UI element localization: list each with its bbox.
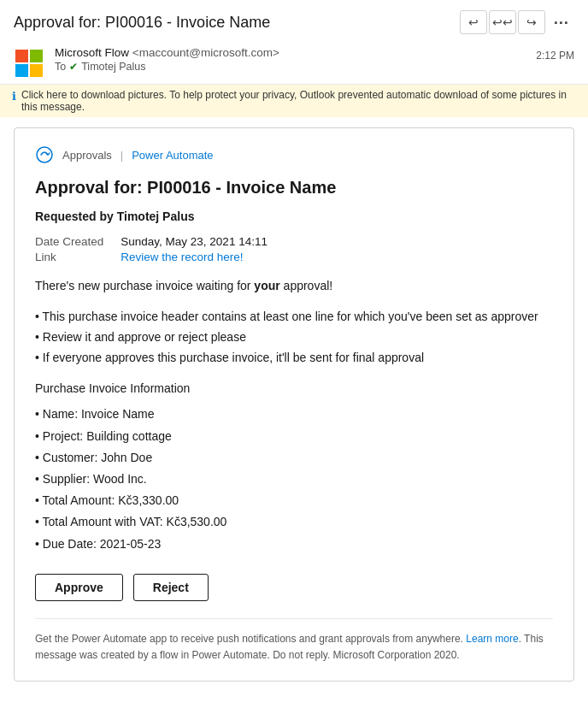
email-body: Approvals | Power Automate Approval for:… (0, 117, 588, 692)
approvals-label: Approvals (62, 149, 112, 162)
link-label: Link (35, 251, 103, 263)
requested-by: Requested by Timotej Palus (35, 210, 553, 223)
reject-button[interactable]: Reject (133, 574, 209, 601)
date-created-value: Sunday, May 23, 2021 14:11 (121, 235, 553, 248)
approvals-divider: | (121, 149, 123, 162)
svg-rect-3 (30, 64, 43, 77)
svg-rect-1 (30, 50, 43, 62)
invoice-details: Name: Invoice Name Project: Building cot… (35, 404, 553, 554)
recipient-name: Timotej Palus (81, 61, 145, 73)
warning-text: Click here to download pictures. To help… (21, 89, 576, 113)
microsoft-logo (14, 48, 44, 79)
main-text-bold: your (254, 279, 279, 292)
footer-text-1: Get the Power Automate app to receive pu… (35, 633, 466, 645)
svg-rect-0 (15, 50, 28, 62)
sender-name: Microsoft Flow <maccount@microsoft.com> (55, 46, 526, 59)
to-line: To ✔ Timotej Palus (55, 61, 526, 73)
action-buttons-bar: ↩ ↩↩ ↪ ⋯ (460, 10, 574, 34)
info-icon: ℹ (12, 90, 16, 103)
svg-point-4 (37, 147, 52, 162)
invoice-due-date: Due Date: 2021-05-23 (35, 534, 553, 555)
more-options-button[interactable]: ⋯ (547, 10, 574, 34)
section-title: Purchase Invoice Information (35, 381, 553, 395)
reply-button[interactable]: ↩ (460, 10, 487, 34)
forward-button[interactable]: ↪ (518, 10, 545, 34)
approve-button[interactable]: Approve (35, 574, 123, 601)
bullet-1: This purchase invoice header contains at… (35, 307, 553, 328)
title-bar: Approval for: PI00016 - Invoice Name ↩ ↩… (0, 0, 588, 41)
email-footer: Get the Power Automate app to receive pu… (35, 618, 553, 664)
main-text: There's new purchase invoice waiting for… (35, 277, 553, 295)
info-grid: Date Created Sunday, May 23, 2021 14:11 … (35, 235, 553, 263)
date-created-label: Date Created (35, 235, 103, 248)
sender-email: <maccount@microsoft.com> (132, 46, 279, 59)
email-title: Approval for: PI00016 - Invoice Name (14, 14, 270, 32)
requested-by-label: Requested by (35, 210, 114, 223)
reply-all-button[interactable]: ↩↩ (489, 10, 516, 34)
action-buttons: Approve Reject (35, 574, 553, 601)
requested-by-name: Timotej Palus (117, 210, 195, 223)
main-text-2: approval! (280, 279, 332, 292)
invoice-total: Total Amount: Kč3,330.00 (35, 490, 553, 511)
sender-row: Microsoft Flow <maccount@microsoft.com> … (0, 41, 588, 84)
invoice-supplier: Supplier: Wood Inc. (35, 469, 553, 490)
learn-more-link[interactable]: Learn more (466, 633, 518, 645)
approvals-header: Approvals | Power Automate (35, 145, 553, 164)
approvals-icon (35, 145, 54, 164)
bullet-3: If everyone approves this purchase invoi… (35, 348, 553, 369)
bullet-2: Review it and approve or reject please (35, 328, 553, 348)
main-text-1: There's new purchase invoice waiting for (35, 279, 254, 292)
bullet-list: This purchase invoice header contains at… (35, 307, 553, 368)
approval-title: Approval for: PI00016 - Invoice Name (35, 178, 553, 198)
warning-bar[interactable]: ℹ Click here to download pictures. To he… (0, 84, 588, 117)
invoice-customer: Customer: John Doe (35, 447, 553, 469)
invoice-total-vat: Total Amount with VAT: Kč3,530.00 (35, 511, 553, 533)
svg-rect-2 (15, 64, 28, 77)
invoice-name: Name: Invoice Name (35, 404, 553, 425)
verified-icon: ✔ (69, 61, 78, 73)
timestamp: 2:12 PM (536, 50, 574, 62)
email-card: Approvals | Power Automate Approval for:… (14, 127, 574, 682)
invoice-project: Project: Building cottage (35, 426, 553, 447)
record-link[interactable]: Review the record here! (121, 251, 553, 263)
to-label: To (55, 61, 66, 73)
sender-details: Microsoft Flow <maccount@microsoft.com> … (55, 46, 526, 73)
power-automate-link[interactable]: Power Automate (132, 149, 213, 162)
